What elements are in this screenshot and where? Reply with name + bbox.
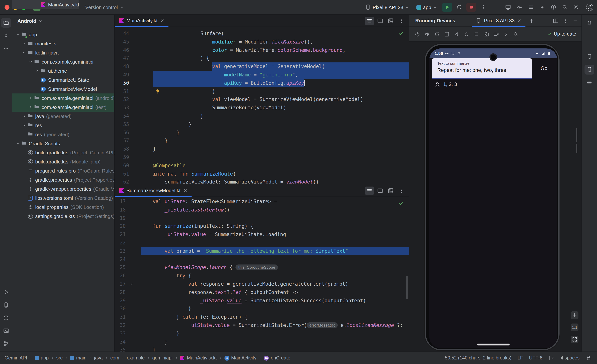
line-number[interactable]: 21 bbox=[115, 230, 126, 239]
tree-item-build-gradle-kts-module-app[interactable]: Gbuild.gradle.kts(Module :app) bbox=[12, 157, 114, 166]
breadcrumb-item-oncreate[interactable]: monCreate bbox=[264, 355, 290, 361]
close-window-button[interactable] bbox=[5, 5, 9, 10]
more-actions-icon[interactable] bbox=[503, 31, 509, 37]
go-button[interactable]: Go bbox=[541, 65, 547, 71]
settings-icon[interactable] bbox=[573, 4, 579, 10]
line-number[interactable]: 29 bbox=[115, 296, 126, 305]
line-number[interactable]: 31 bbox=[115, 313, 126, 321]
ai-actions-icon[interactable] bbox=[516, 4, 522, 10]
close-icon[interactable] bbox=[183, 188, 188, 193]
code-line-26[interactable]: try { bbox=[141, 272, 409, 280]
line-number[interactable]: 19 bbox=[115, 214, 126, 222]
zoom-icon[interactable] bbox=[513, 31, 519, 37]
indent-style-icon[interactable] bbox=[549, 355, 555, 361]
line-number[interactable]: 59 bbox=[115, 153, 129, 162]
line-number[interactable]: 20 bbox=[115, 222, 126, 231]
gesture-navigation-pill[interactable] bbox=[477, 344, 510, 345]
code-line-49[interactable]: modelName = "gemini-pro", bbox=[153, 71, 409, 79]
code-line-62[interactable]: summarizeViewModel: SummarizeViewModel =… bbox=[153, 178, 409, 185]
notifications-icon[interactable] bbox=[584, 18, 594, 28]
panel-options-icon[interactable] bbox=[563, 18, 569, 24]
split-panel-icon[interactable] bbox=[553, 18, 559, 24]
breadcrumb-item-geminiapi[interactable]: GeminiAPI bbox=[5, 355, 27, 361]
line-number[interactable]: 24 bbox=[115, 255, 126, 263]
zoom-in-button[interactable] bbox=[571, 311, 578, 319]
line-number[interactable]: 26 bbox=[115, 272, 126, 280]
code-line-27[interactable]: val response = generativeModel.generateC… bbox=[141, 280, 409, 288]
todo-list-icon[interactable] bbox=[528, 4, 534, 10]
breadcrumb-item-src[interactable]: src bbox=[56, 355, 63, 361]
inspections-ok-icon[interactable] bbox=[398, 30, 404, 36]
code-line-48[interactable]: val generativeModel = GenerativeModel( bbox=[153, 62, 409, 71]
code-line-61[interactable]: internal fun SummarizeRoute( bbox=[153, 170, 409, 178]
zoom-actual-button[interactable]: 1:1 bbox=[571, 324, 578, 331]
tree-item-res[interactable]: res bbox=[12, 121, 114, 130]
caret-position-widget[interactable]: 50:52 (140 chars, 2 line breaks) bbox=[445, 355, 511, 361]
run-button[interactable] bbox=[442, 3, 452, 12]
editor-options-button[interactable] bbox=[397, 186, 406, 195]
readonly-lock-icon[interactable] bbox=[586, 355, 592, 361]
code-line-50[interactable]: apiKey = BuildConfig.apiKey bbox=[153, 79, 409, 87]
code-line-53[interactable]: SummarizeRoute(viewModel) bbox=[153, 104, 409, 112]
user-avatar[interactable] bbox=[586, 4, 593, 11]
line-number[interactable]: 51 bbox=[115, 87, 129, 95]
more-tools-icon[interactable] bbox=[1, 44, 11, 53]
line-number[interactable]: 32 bbox=[115, 321, 126, 330]
line-number[interactable]: 47 bbox=[115, 54, 129, 63]
line-number[interactable]: 54 bbox=[115, 112, 129, 120]
code-line-44[interactable]: Surface( bbox=[153, 30, 409, 38]
editor-scrollbar[interactable] bbox=[406, 276, 408, 299]
gemini-icon[interactable] bbox=[539, 4, 545, 10]
add-device-tab-button[interactable] bbox=[529, 18, 535, 24]
line-number[interactable]: 53 bbox=[115, 104, 129, 112]
code-line-47[interactable]: ) { bbox=[153, 54, 409, 63]
inspections-ok-icon[interactable] bbox=[398, 200, 404, 206]
line-number[interactable]: 25 bbox=[115, 263, 126, 272]
code-line-29[interactable]: _uiState.value = SummarizeUiState.Succes… bbox=[141, 296, 409, 305]
tree-item-kotlin-java[interactable]: kotlin+java bbox=[12, 48, 114, 57]
terminal-tool-icon[interactable] bbox=[1, 326, 11, 336]
line-number[interactable]: 58 bbox=[115, 145, 129, 153]
breadcrumb-item-mainactivity-kt[interactable]: MainActivity.kt bbox=[180, 355, 217, 361]
emulator-screen[interactable]: 1:56 Text to summarize Repeat for me: on… bbox=[429, 48, 557, 348]
problems-tool-icon[interactable] bbox=[1, 313, 11, 323]
screen-record-icon[interactable] bbox=[493, 31, 499, 37]
rotate-icon[interactable] bbox=[434, 31, 440, 37]
run-configuration-selector[interactable]: app bbox=[414, 3, 440, 11]
tree-item-libs-versions-toml-version-catalog[interactable]: tlibs.versions.toml(Version Catalog) bbox=[12, 193, 114, 202]
code-line-32[interactable]: _uiState.value = SummarizeUiState.Error(… bbox=[141, 321, 409, 330]
power-icon[interactable] bbox=[415, 31, 420, 37]
more-actions-button[interactable] bbox=[479, 3, 488, 12]
breadcrumb-item-example[interactable]: example bbox=[127, 355, 145, 361]
zoom-fit-button[interactable] bbox=[571, 336, 578, 343]
breadcrumb-item-mainactivity[interactable]: CMainActivity bbox=[224, 355, 256, 361]
line-number[interactable]: 52 bbox=[115, 95, 129, 104]
line-number[interactable]: 50 bbox=[115, 79, 129, 87]
tree-item-summarizeuistate[interactable]: CSummarizeUiState bbox=[12, 75, 114, 84]
design-view-button[interactable] bbox=[386, 186, 395, 195]
fold-icon[interactable] bbox=[444, 31, 450, 37]
tree-item-proguard-rules-pro-proguard-rules-for-app[interactable]: proguard-rules.pro(ProGuard Rules for ap… bbox=[12, 166, 114, 175]
tree-item-com-example-geminiapi-test[interactable]: com.example.geminiapi(test) bbox=[12, 102, 114, 112]
volume-icon[interactable] bbox=[424, 31, 430, 37]
line-number[interactable]: 34 bbox=[115, 338, 126, 346]
tree-item-gradle-scripts[interactable]: Gradle Scripts bbox=[12, 139, 114, 148]
gradle-sync-button[interactable] bbox=[454, 3, 464, 12]
line-number[interactable]: 30 bbox=[115, 305, 126, 313]
tree-item-ui-theme[interactable]: ui.theme bbox=[12, 66, 114, 75]
commit-tool-icon[interactable] bbox=[1, 31, 11, 40]
tab-summarize-viewmodel[interactable]: SummarizeViewModel.kt bbox=[115, 185, 192, 197]
code-line-35[interactable]: } bbox=[141, 346, 409, 351]
tree-item-gradle-wrapper-properties-gradle-version[interactable]: gradle-wrapper.properties(Gradle Version… bbox=[12, 184, 114, 193]
line-number[interactable]: 28 bbox=[115, 288, 126, 297]
code-line-45[interactable]: modifier = Modifier.fillMaxSize(), bbox=[153, 38, 409, 46]
summarize-text-field[interactable]: Text to summarize Repeat for me: one, tw… bbox=[432, 58, 532, 79]
editor-options-button[interactable] bbox=[397, 16, 406, 25]
overview-icon[interactable] bbox=[474, 31, 479, 37]
line-number[interactable]: 61 bbox=[115, 170, 129, 178]
line-number[interactable]: 33 bbox=[115, 330, 126, 338]
code-line-21[interactable]: _uiState.value = SummarizeUiState.Loadin… bbox=[141, 230, 409, 239]
code-line-55[interactable]: } bbox=[153, 120, 409, 129]
tree-item-java-generated[interactable]: java(generated) bbox=[12, 112, 114, 121]
code-line-18[interactable]: _uiState.asStateFlow() bbox=[141, 206, 409, 214]
